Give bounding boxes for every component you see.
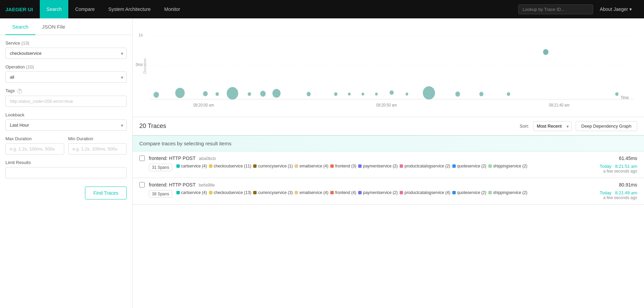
service-tag: currencyservice (3): [253, 190, 293, 195]
service-name: cartservice (4): [181, 190, 207, 195]
trace-id: befa98e: [199, 182, 215, 188]
service-tag: paymentservice (2): [358, 190, 398, 195]
results-header: 20 Traces Sort: Most Recent Deep Depende…: [133, 117, 644, 135]
tags-label: Tags ?: [5, 88, 127, 94]
span-count-badge: 31 Spans: [149, 164, 172, 171]
svg-point-23: [389, 91, 394, 95]
service-name: shippingservice (2): [493, 164, 527, 168]
nav-system-architecture[interactable]: System Architecture: [102, 0, 158, 18]
service-tag: checkoutservice (11): [209, 164, 251, 168]
service-tag: productcatalogservice (4): [400, 190, 450, 195]
service-name: emailservice (4): [299, 164, 328, 168]
min-duration-label: Min Duration: [68, 136, 127, 141]
service-color-dot: [358, 191, 362, 194]
service-color-dot: [176, 191, 180, 194]
max-duration-input[interactable]: [5, 143, 64, 155]
min-duration-input[interactable]: [68, 143, 127, 155]
max-duration-label: Max Duration: [5, 136, 64, 141]
sort-select[interactable]: Most Recent: [533, 121, 572, 131]
service-tag: paymentservice (2): [358, 164, 398, 168]
svg-point-19: [334, 92, 337, 96]
trace-id: aba0bcb: [199, 156, 216, 161]
trace-card: frontend: HTTP POST aba0bcb 61.45ms 31 S…: [133, 151, 644, 178]
service-color-dot: [400, 164, 403, 168]
service-name: paymentservice (2): [363, 190, 398, 195]
trace-id-search-input[interactable]: [518, 4, 593, 14]
svg-point-28: [507, 92, 510, 96]
svg-point-22: [375, 93, 378, 96]
nav-compare[interactable]: Compare: [68, 0, 102, 18]
operation-label: Operation (10): [5, 64, 127, 69]
service-name: quoteservice (2): [457, 190, 486, 195]
find-traces-button[interactable]: Find Traces: [85, 187, 127, 199]
brand-logo: JAEGER UI: [5, 6, 33, 12]
limit-label: Limit Results: [5, 160, 127, 165]
service-color-dot: [358, 164, 362, 168]
limit-input[interactable]: 20: [5, 167, 127, 178]
svg-text:500ms: 500ms: [136, 63, 143, 67]
service-tags: cartservice (4) checkoutservice (11) cur…: [176, 164, 596, 168]
service-tag: currencyservice (1): [253, 164, 293, 168]
tags-input[interactable]: [5, 96, 127, 107]
trace-scatter-chart: 1s 500ms Duration 08:20:00 am 08:20:50 a…: [133, 18, 644, 117]
service-select-wrapper: checkoutservice: [5, 48, 127, 59]
lookback-group: Lookback Last Hour: [5, 112, 127, 131]
nav-monitor[interactable]: Monitor: [157, 0, 187, 18]
lookback-select[interactable]: Last Hour: [5, 119, 127, 131]
lookback-label: Lookback: [5, 112, 127, 117]
operation-select-wrapper: all: [5, 71, 127, 83]
svg-point-17: [273, 89, 281, 98]
about-jaeger-menu[interactable]: About Jaeger ▾: [593, 6, 639, 12]
operation-select[interactable]: all: [5, 71, 127, 83]
trace-select-checkbox[interactable]: [139, 156, 145, 161]
svg-point-10: [154, 92, 159, 98]
svg-text:08:20:00 am: 08:20:00 am: [193, 103, 214, 107]
svg-point-25: [423, 86, 435, 100]
svg-point-18: [307, 92, 311, 96]
service-tags: cartservice (4) checkoutservice (13) cur…: [176, 190, 596, 195]
trace-time-ago: a few seconds ago: [599, 195, 637, 200]
service-tag: quoteservice (2): [452, 164, 486, 168]
duration-group: Max Duration Min Duration: [5, 136, 127, 155]
main-layout: Search JSON File Service (13) checkoutse…: [0, 18, 644, 308]
min-duration-col: Min Duration: [68, 136, 127, 155]
svg-text:Duration: Duration: [143, 59, 146, 74]
service-color-dot: [295, 164, 298, 168]
tab-search[interactable]: Search: [5, 18, 35, 35]
service-tag: checkoutservice (13): [209, 190, 251, 195]
service-color-dot: [176, 164, 180, 168]
svg-text:1s: 1s: [139, 33, 143, 37]
svg-point-26: [455, 92, 460, 97]
svg-text:08:20:50 am: 08:20:50 am: [376, 103, 397, 107]
tags-help-icon[interactable]: ?: [17, 89, 22, 94]
service-name: checkoutservice (11): [214, 164, 251, 168]
deep-dependency-graph-button[interactable]: Deep Dependency Graph: [576, 121, 637, 131]
about-chevron-icon: ▾: [629, 6, 632, 12]
sidebar: Search JSON File Service (13) checkoutse…: [0, 18, 133, 308]
service-select[interactable]: checkoutservice: [5, 48, 127, 59]
trace-title: frontend: HTTP POST befa98e: [149, 182, 615, 188]
tab-json-file[interactable]: JSON File: [35, 18, 72, 35]
service-color-dot: [488, 164, 492, 168]
nav-search[interactable]: Search: [40, 0, 68, 18]
svg-point-11: [175, 88, 185, 98]
svg-point-14: [227, 87, 238, 100]
chart-svg: 1s 500ms Duration 08:20:00 am 08:20:50 a…: [136, 22, 637, 110]
sidebar-tabs: Search JSON File: [0, 18, 132, 35]
service-name: shippingservice (2): [493, 190, 527, 195]
svg-point-24: [405, 93, 408, 96]
service-color-dot: [452, 191, 456, 194]
trace-select-checkbox[interactable]: [139, 182, 145, 188]
service-name: productcatalogservice (2): [404, 164, 450, 168]
tags-group: Tags ?: [5, 88, 127, 107]
service-name: emailservice (4): [299, 190, 328, 195]
service-name: productcatalogservice (4): [404, 190, 450, 195]
service-tag: quoteservice (2): [452, 190, 486, 195]
svg-point-30: [615, 92, 619, 96]
trace-meta: 38 Spans cartservice (4) checkoutservice…: [149, 190, 637, 200]
service-name: frontend (4): [335, 190, 356, 195]
sort-select-wrapper: Most Recent: [533, 121, 572, 131]
service-color-dot: [209, 164, 212, 168]
span-count-badge: 38 Spans: [149, 190, 172, 198]
service-tag: cartservice (4): [176, 190, 207, 195]
